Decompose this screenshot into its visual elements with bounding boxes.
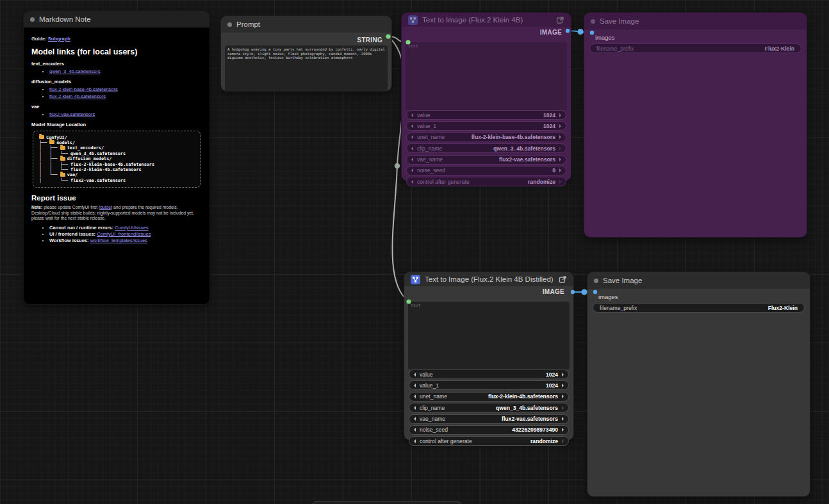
reroute-dot[interactable]: [395, 163, 400, 168]
storage-location-heading: Model Storage Location: [31, 122, 202, 127]
widget-value[interactable]: value1024: [406, 110, 566, 120]
widget-noise-seed[interactable]: noise_seed432262098973490: [409, 425, 569, 435]
prev-arrow-icon[interactable]: [414, 406, 416, 410]
issue-item: Cannot run / runtime errors: ComfyUI/iss…: [49, 225, 202, 231]
markdown-note-node[interactable]: Markdown Note Guide: Subgraph Model link…: [24, 11, 209, 304]
increment-arrow-icon[interactable]: [559, 113, 561, 117]
text-to-image-klein4b-node[interactable]: Text to Image (Flux.2 Klein 4B) IMAGE te…: [402, 13, 571, 181]
save-image-bypassed-node[interactable]: Save Image images filename_prefix Flux2-…: [584, 13, 807, 237]
prev-arrow-icon[interactable]: [411, 180, 413, 184]
text-input-label: text: [408, 44, 418, 49]
prev-arrow-icon[interactable]: [411, 135, 413, 139]
model-link[interactable]: flux-2-klein-4b.safetensors: [49, 93, 106, 99]
next-arrow-icon[interactable]: [562, 417, 564, 421]
save-image-titlebar[interactable]: Save Image: [587, 272, 810, 289]
widget-clip-name[interactable]: clip_nameqwen_3_4b.safetensors: [406, 143, 566, 153]
decrement-arrow-icon[interactable]: [411, 124, 413, 128]
save-image-node[interactable]: Save Image images filename_prefix Flux2-…: [587, 272, 810, 496]
prev-arrow-icon[interactable]: [411, 158, 413, 161]
node-collapse-dot-icon[interactable]: [591, 19, 595, 24]
widget-vae-name[interactable]: vae_nameflux2-vae.safetensors: [409, 414, 569, 424]
decrement-arrow-icon[interactable]: [411, 168, 413, 172]
node-title: Markdown Note: [39, 15, 91, 23]
widget-vae-name[interactable]: vae_nameflux2-vae.safetensors: [406, 155, 566, 165]
next-arrow-icon[interactable]: [559, 147, 561, 150]
images-input-label: images: [595, 34, 615, 41]
bottom-menubar[interactable]: [311, 501, 463, 504]
next-arrow-icon[interactable]: [559, 158, 561, 161]
decrement-arrow-icon[interactable]: [414, 373, 416, 377]
increment-arrow-icon[interactable]: [562, 428, 564, 432]
increment-arrow-icon[interactable]: [562, 373, 564, 377]
next-arrow-icon[interactable]: [559, 135, 561, 139]
link-midpoint-dot[interactable]: [581, 289, 587, 295]
prev-arrow-icon[interactable]: [414, 394, 416, 398]
next-arrow-icon[interactable]: [562, 439, 564, 443]
markdown-note-titlebar[interactable]: Markdown Note: [24, 11, 209, 28]
folder-icon: [60, 146, 65, 150]
t2i-bypassed-titlebar[interactable]: Text to Image (Flux.2 Klein 4B): [402, 13, 571, 27]
issue-link[interactable]: workflow_templates/issues: [90, 238, 147, 243]
node-collapse-dot-icon[interactable]: [30, 17, 35, 22]
list-item: flux-2-klein-base-4b.safetensors: [49, 86, 202, 92]
t2i-distilled-titlebar[interactable]: Text to Image (Flux.2 Klein 4B Distilled…: [404, 272, 573, 286]
model-link[interactable]: flux2-vae.safetensors: [49, 111, 95, 117]
node-title: Text to Image (Flux.2 Klein 4B): [422, 16, 523, 24]
widget-value-1[interactable]: value_11024: [406, 121, 566, 131]
widget-unet-name[interactable]: unet_nameflux-2-klein-base-4b.safetensor…: [406, 133, 566, 142]
widget-value[interactable]: value1024: [409, 370, 569, 379]
node-collapse-dot-icon[interactable]: [594, 279, 598, 283]
widget-value-1[interactable]: value_11024: [409, 380, 569, 390]
filename-prefix-widget[interactable]: filename_prefix Flux2-Klein: [593, 303, 805, 313]
model-link[interactable]: qwen_3_4b.safetensors: [49, 69, 101, 74]
tree-line: │ │ ├── flux-2-klein-base-4b.safetensors: [39, 162, 194, 167]
expand-subgraph-icon[interactable]: [559, 275, 567, 284]
image-output-label: IMAGE: [543, 288, 564, 295]
widget-noise-seed[interactable]: noise_seed0: [406, 166, 566, 175]
model-storage-tree: ComfyUI/ ├── models/ │ ├── text_encoders…: [33, 131, 201, 188]
prompt-titlebar[interactable]: Prompt: [221, 16, 391, 33]
t2i-text-input-area[interactable]: text: [406, 42, 567, 110]
subgraph-icon: [411, 275, 420, 284]
increment-arrow-icon[interactable]: [562, 384, 564, 387]
tree-line: │ └── flux2-vae.safetensors: [39, 178, 194, 183]
text-to-image-distilled-node[interactable]: Text to Image (Flux.2 Klein 4B Distilled…: [404, 272, 573, 440]
string-output-label: STRING: [357, 37, 382, 44]
widget-control-after-generate[interactable]: control after generaterandomize: [406, 177, 566, 186]
issue-item: UI / frontend issues: ComfyUI_frontend/i…: [49, 232, 202, 238]
widget-control-after-generate[interactable]: control after generaterandomize: [409, 436, 569, 446]
folder-icon: [49, 140, 54, 144]
save-image-titlebar[interactable]: Save Image: [584, 13, 807, 29]
filename-prefix-widget[interactable]: filename_prefix Flux2-Klein: [589, 44, 801, 53]
node-collapse-dot-icon[interactable]: [227, 22, 232, 27]
prompt-node[interactable]: Prompt STRING A hedgehog wearing a tiny …: [221, 16, 391, 91]
prev-arrow-icon[interactable]: [414, 417, 416, 421]
prev-arrow-icon[interactable]: [414, 439, 416, 443]
expand-subgraph-icon[interactable]: [556, 16, 564, 24]
guide-link[interactable]: guide: [100, 205, 111, 209]
decrement-arrow-icon[interactable]: [411, 113, 413, 117]
next-arrow-icon[interactable]: [559, 180, 561, 184]
issue-link[interactable]: ComfyUI/issues: [115, 225, 149, 231]
tree-line: │ ├── text_encoders/: [39, 145, 194, 150]
widget-unet-name[interactable]: unet_nameflux-2-klein-4b.safetensors: [409, 392, 569, 402]
increment-arrow-icon[interactable]: [559, 124, 561, 128]
list-item: flux2-vae.safetensors: [49, 111, 202, 117]
model-link[interactable]: flux-2-klein-base-4b.safetensors: [49, 86, 118, 92]
decrement-arrow-icon[interactable]: [414, 384, 416, 387]
image-output-label: IMAGE: [540, 29, 562, 36]
node-title: Save Image: [603, 277, 642, 284]
prev-arrow-icon[interactable]: [411, 147, 413, 150]
issue-link[interactable]: ComfyUI_frontend/issues: [97, 231, 151, 237]
subgraph-link[interactable]: Subgraph: [48, 36, 70, 42]
next-arrow-icon[interactable]: [562, 394, 564, 398]
widget-clip-name[interactable]: clip_nameqwen_3_4b.safetensors: [409, 403, 569, 412]
next-arrow-icon[interactable]: [562, 406, 564, 410]
increment-arrow-icon[interactable]: [559, 168, 561, 172]
link-midpoint-dot[interactable]: [577, 29, 583, 35]
section-vae: vae: [31, 104, 202, 110]
node-graph-canvas[interactable]: Markdown Note Guide: Subgraph Model link…: [0, 0, 829, 504]
t2i-text-input-area[interactable]: text: [408, 302, 570, 370]
decrement-arrow-icon[interactable]: [414, 428, 416, 432]
prompt-textarea[interactable]: A hedgehog wearing a tiny party hat surr…: [225, 45, 388, 92]
